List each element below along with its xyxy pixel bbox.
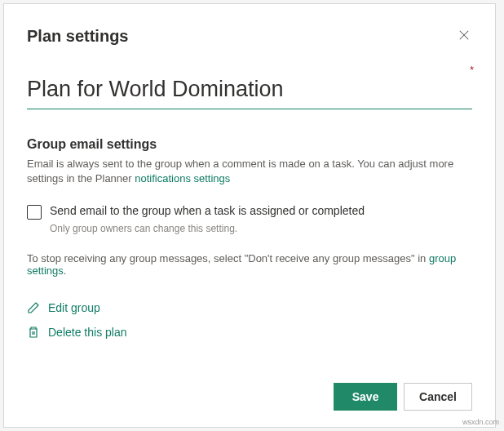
required-indicator: * [470,64,474,76]
stop-suffix: . [64,264,67,277]
plan-name-input[interactable] [27,73,472,109]
stop-prefix: To stop receiving any group messages, se… [27,252,429,264]
delete-plan-label: Delete this plan [48,326,127,339]
edit-group-label: Edit group [48,301,100,314]
cancel-button[interactable]: Cancel [404,383,472,411]
close-icon [458,29,470,41]
plan-settings-dialog: Plan settings * Group email settings Ema… [3,3,496,428]
group-email-heading: Group email settings [27,137,472,152]
close-button[interactable] [456,27,472,43]
dialog-header: Plan settings [27,27,472,46]
edit-group-link[interactable]: Edit group [27,301,472,314]
group-email-description: Email is always sent to the group when a… [27,157,472,186]
send-email-checkbox[interactable] [27,205,42,220]
pencil-icon [27,301,40,314]
plan-name-field: * [27,73,472,109]
save-button[interactable]: Save [334,383,397,411]
checkbox-hint: Only group owners can change this settin… [50,223,472,234]
dialog-title: Plan settings [27,27,128,46]
send-email-checkbox-row: Send email to the group when a task is a… [27,204,472,220]
dialog-footer: Save Cancel [334,383,472,411]
delete-plan-link[interactable]: Delete this plan [27,326,472,339]
stop-receiving-text: To stop receiving any group messages, se… [27,252,472,277]
send-email-checkbox-label: Send email to the group when a task is a… [50,204,365,217]
trash-icon [27,326,40,339]
description-text: Email is always sent to the group when a… [27,158,453,184]
notifications-settings-link[interactable]: notifications settings [135,172,230,184]
